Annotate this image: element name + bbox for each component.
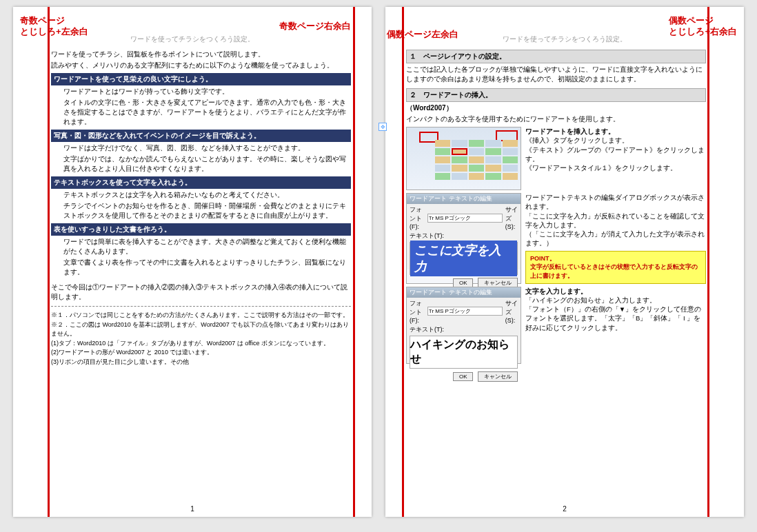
font-label: フォント(F):	[410, 299, 425, 324]
dialog-textarea[interactable]: ここに文字を入力	[410, 242, 518, 275]
step-line: 《ワードアートスタイル１》をクリックします。	[525, 163, 706, 172]
font-input[interactable]	[427, 307, 503, 316]
note: (1)タブ：Word2010 は「ファイル」タブがありますが、Word2007 …	[51, 339, 351, 349]
step-line: 《挿入》タブをクリックします。	[525, 136, 706, 145]
step-line: 「ここに文字を入力」が反転されていることを確認して文字を入力します。	[525, 212, 706, 230]
dialog-title: ワードアート テキストの編集	[407, 287, 521, 298]
step-row: ワードアートを挿入します。 《挿入》タブをクリックします。 《テキスト》グループ…	[406, 127, 706, 190]
annot-odd-right: 奇数ページ右余白	[279, 21, 351, 32]
step-row: ワードアート テキストの編集 フォント(F): サイズ(S): テキスト(T):…	[406, 287, 706, 364]
step-line: 《テキスト》グループの《ワードアート》をクリックします。	[525, 145, 706, 164]
dialog-plain-text: ハイキングのお知らせ	[410, 338, 517, 367]
step-line: （「ここに文字を入力」が消えて入力した文字が表示されます。）	[525, 229, 706, 248]
step-text: ワードアートテキストの編集ダイアログボックスが表示されます。 「ここに文字を入力…	[525, 193, 706, 284]
step-title: 文字を入力します。	[525, 287, 706, 296]
note: (3)リボンの項目が見た目に少し違います。その他	[51, 358, 351, 367]
annot-odd-page: 奇数ページ とじしろ+左余白	[20, 15, 88, 37]
section-textbox: テキストボックスを使って文字を入れよう。	[51, 176, 351, 189]
dialog-title: ワードアート テキストの編集	[407, 194, 521, 204]
section-table: 表を使いすっきりした文書を作ろう。	[51, 223, 351, 236]
intro-para: ワードを使ってチラシ、回覧板を作るポイントについて説明します。	[51, 50, 351, 59]
note: ※２．ここの図は Word2010 を基本に説明しますが、Word2007 でも…	[51, 320, 351, 339]
move-handle-icon[interactable]: ✥	[378, 123, 387, 131]
dialog-textarea[interactable]: ハイキングのお知らせ	[410, 336, 518, 369]
size-label: サイズ(S):	[505, 205, 518, 230]
body-text: タイトルの文字に色・形・大きさを変えてアピールできます。通常の入力でも色・形・大…	[63, 98, 351, 127]
annot-even-left: 偶数ページ左余白	[387, 29, 458, 40]
body-text: ここでは記入した各ブロックが単独で編集しやすいように、ワードに直接文字を入れない…	[406, 65, 706, 84]
subtitle: （Word2007）	[406, 103, 706, 113]
body-text: 文字ばかりでは、なかなか読んでもらえないことがあります。その時に、楽しそうな図や…	[63, 154, 351, 174]
odd-right-border	[353, 7, 355, 517]
body-text: ワードでは簡単に表を挿入することができます。大きさの調整など覚えておくと便利な機…	[63, 237, 351, 256]
dialog-inverted-text: ここに文字を入力	[410, 241, 517, 276]
step-title: ワードアートを挿入します。	[525, 127, 706, 136]
wordart-dialog-screenshot: ワードアート テキストの編集 フォント(F): サイズ(S): テキスト(T):…	[406, 193, 521, 284]
step-text: ワードアートを挿入します。 《挿入》タブをクリックします。 《テキスト》グループ…	[525, 127, 706, 190]
size-label: サイズ(S):	[505, 299, 518, 324]
section-wordart: ワードアートを使って見栄えの良い文字にしよう。	[51, 73, 351, 85]
page-odd: 奇数ページ とじしろ+左余白 奇数ページ右余白 ワードを使ってチラシをつくろう設…	[13, 7, 372, 517]
text-label: テキスト(T):	[407, 325, 521, 334]
point-body: 文字が反転しているときはその状態で入力すると反転文字の上に書けます。	[530, 263, 701, 280]
point-box: POINT。 文字が反転しているときはその状態で入力すると反転文字の上に書けます…	[525, 251, 706, 284]
step-line: 「フォント（F）」の右側の「▼」をクリックして任意のフォントを選択します。「太字…	[525, 305, 706, 332]
page-number: 2	[385, 505, 744, 513]
body-text: インパクトのある文字を使用するためにワードアートを使用します。	[406, 114, 706, 124]
page2-content: １ ページレイアウトの設定。 ここでは記入した各ブロックが単独で編集しやすいよう…	[406, 48, 706, 496]
ribbon-screenshot	[406, 127, 521, 190]
body-text: ワードアートとはワードが持っている飾り文字です。	[63, 87, 351, 96]
section-pagelayout: １ ページレイアウトの設定。	[406, 50, 706, 63]
step-row: ワードアート テキストの編集 フォント(F): サイズ(S): テキスト(T):…	[406, 193, 706, 284]
step-line: ワードアートテキストの編集ダイアログボックスが表示されます。	[525, 193, 706, 212]
wordart-dialog-screenshot: ワードアート テキストの編集 フォント(F): サイズ(S): テキスト(T):…	[406, 287, 521, 364]
note: (2)ワードアートの形が Word2007 と 2010 では違います。	[51, 348, 351, 358]
body-text: ワードは文字だけでなく、写真、図、図形、などを挿入することができます。	[63, 143, 351, 153]
page-number: 1	[13, 505, 372, 513]
body-text: チラシでイベントのお知らせを作るとき、開催日時・開催場所・会費などのまとまりにテ…	[63, 201, 351, 221]
section-wordart-insert: ２ ワードアートの挿入。	[406, 88, 706, 102]
intro-para: 読みやすく、メリハリのある文字配列にするために以下のような機能を使ってみましょう…	[51, 61, 351, 70]
text-label: テキスト(T):	[407, 232, 521, 241]
page-even: 偶数ページ左余白 偶数ページ とじしろ+右余白 ワードを使ってチラシをつくろう設…	[385, 7, 744, 517]
even-left-border	[402, 7, 404, 517]
even-right-border	[707, 7, 709, 517]
ok-button[interactable]: OK	[453, 372, 474, 381]
cancel-button[interactable]: キャンセル	[478, 371, 518, 382]
summary: そこで今回は①ワードアートの挿入②図の挿入③テキストボックスの挿入④表の挿入につ…	[51, 283, 351, 302]
odd-left-border	[48, 7, 50, 517]
wordart-style-grid	[435, 140, 518, 181]
step-line: 「ハイキングのお知らせ」と入力します。	[525, 296, 706, 305]
body-text: 文章で書くより表を作ってその中に文書を入れるとよりすっきりしたチラシ、回覧板にな…	[63, 258, 351, 277]
point-title: POINT。	[530, 254, 701, 263]
step-text: 文字を入力します。 「ハイキングのお知らせ」と入力します。 「フォント（F）」の…	[525, 287, 706, 364]
section-image: 写真・図・図形などを入れてイベントのイメージを目で訴えよう。	[51, 130, 351, 142]
divider	[51, 306, 351, 307]
note: ※１．パソコンでは同じことをするための方法がたくさんあります。ここで説明する方法…	[51, 311, 351, 320]
font-input[interactable]	[427, 214, 503, 223]
font-label: フォント(F):	[410, 205, 425, 230]
body-text: テキストボックスとは文字を入れる箱みたいなものと考えてください。	[63, 190, 351, 200]
page1-content: ワードを使ってチラシ、回覧板を作るポイントについて説明します。 読みやすく、メリ…	[51, 48, 351, 496]
annot-even-page: 偶数ページ とじしろ+右余白	[669, 15, 737, 37]
